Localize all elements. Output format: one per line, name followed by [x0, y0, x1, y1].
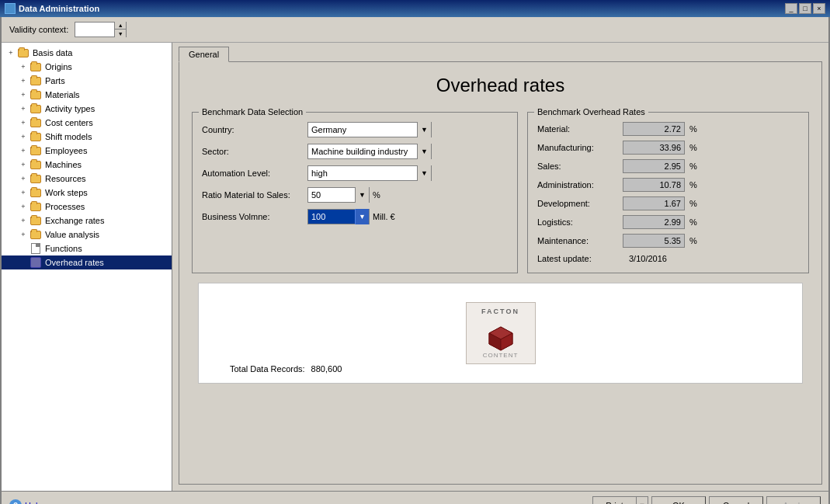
- sidebar-item-overhead-rates[interactable]: Overhead rates: [2, 255, 172, 269]
- close-button[interactable]: ×: [813, 3, 825, 14]
- sidebar-label-origins: Origins: [43, 62, 72, 71]
- folder-icon-employees: [30, 144, 42, 157]
- business-volume-arrow[interactable]: ▼: [355, 209, 369, 224]
- validity-context-input[interactable]: 2016 ▲ ▼: [75, 22, 127, 37]
- rate-sales-bar: 2.95 %: [623, 159, 799, 173]
- overhead-rates-title: Benchmark Overhead Rates: [534, 107, 648, 116]
- ratio-arrow[interactable]: ▼: [355, 187, 369, 203]
- rate-logistics-value: 2.99: [623, 215, 685, 229]
- automation-dropdown[interactable]: high ▼: [307, 165, 432, 181]
- help-icon: ?: [9, 499, 22, 504]
- toggle-origins[interactable]: +: [17, 61, 30, 73]
- sidebar-item-cost-centers[interactable]: + Cost centers: [2, 116, 172, 130]
- validity-value[interactable]: 2016: [75, 25, 114, 34]
- rate-development: Development: 1.67 %: [537, 196, 799, 210]
- facton-cube-icon: [485, 323, 516, 354]
- spin-down[interactable]: ▼: [115, 30, 126, 37]
- sidebar-item-work-steps[interactable]: + Work steps: [2, 186, 172, 200]
- sector-dropdown[interactable]: Machine building industry ▼: [307, 144, 432, 159]
- sidebar-item-parts[interactable]: + Parts: [2, 74, 172, 88]
- sidebar-item-processes[interactable]: + Processes: [2, 200, 172, 214]
- toggle-shift-models[interactable]: +: [17, 130, 30, 143]
- folder-icon-cost-centers: [30, 116, 42, 129]
- sidebar-item-exchange-rates[interactable]: + Exchange rates: [2, 214, 172, 228]
- main-window: Validity context: 2016 ▲ ▼ + Basis data …: [0, 17, 830, 504]
- business-volume-dropdown[interactable]: 100 ▼: [307, 209, 370, 224]
- rate-development-pct: %: [689, 199, 699, 208]
- two-column-section: Benchmark Data Selection Country: German…: [192, 112, 809, 273]
- rate-logistics-label: Logistics:: [537, 217, 623, 227]
- title-bar: Data Administration _ □ ×: [0, 0, 830, 17]
- rate-logistics-bar: 2.99 %: [623, 215, 799, 229]
- sidebar-item-employees[interactable]: + Employees: [2, 144, 172, 158]
- rate-sales-value: 2.95: [623, 159, 685, 173]
- business-volume-unit: Mill. €: [373, 212, 395, 221]
- sector-label: Sector:: [202, 147, 303, 156]
- toggle-activity-types[interactable]: +: [17, 103, 30, 115]
- special-icon-overhead-rates: [30, 256, 42, 269]
- business-volume-control: 100 ▼ Mill. €: [307, 209, 395, 224]
- toggle-materials[interactable]: +: [17, 89, 30, 101]
- country-dropdown[interactable]: Germany ▼: [307, 122, 432, 137]
- folder-icon-resources: [30, 172, 42, 185]
- apply-button[interactable]: Apply: [766, 496, 821, 504]
- rate-material-pct: %: [689, 124, 699, 134]
- help-link[interactable]: Help: [25, 501, 43, 504]
- sidebar-item-machines[interactable]: + Machines: [2, 158, 172, 172]
- toggle-basis-data[interactable]: +: [5, 47, 17, 59]
- ratio-dropdown[interactable]: 50 ▼: [307, 187, 370, 203]
- sector-arrow[interactable]: ▼: [417, 144, 431, 159]
- toggle-employees[interactable]: +: [17, 144, 30, 157]
- print-button[interactable]: Print: [592, 496, 636, 504]
- toggle-cost-centers[interactable]: +: [17, 116, 30, 129]
- rate-manufacturing-label: Manufacturing:: [537, 143, 623, 152]
- latest-update-label: Latest update:: [537, 254, 623, 263]
- toggle-parts[interactable]: +: [17, 75, 30, 87]
- toggle-value-analysis[interactable]: +: [17, 228, 30, 241]
- sidebar-item-value-analysis[interactable]: + Value analysis: [2, 228, 172, 242]
- spin-up[interactable]: ▲: [115, 22, 126, 30]
- toggle-machines[interactable]: +: [17, 158, 30, 171]
- toggle-processes[interactable]: +: [17, 200, 30, 213]
- tab-general[interactable]: General: [179, 47, 229, 62]
- sidebar-item-functions[interactable]: Functions: [2, 242, 172, 255]
- rate-maintenance-bar: 5.35 %: [623, 234, 799, 248]
- validity-spinner[interactable]: ▲ ▼: [114, 22, 126, 37]
- sidebar-item-origins[interactable]: + Origins: [2, 60, 172, 74]
- maximize-button[interactable]: □: [799, 3, 811, 14]
- country-arrow[interactable]: ▼: [417, 122, 431, 137]
- sidebar-item-basis-data[interactable]: + Basis data: [2, 46, 172, 60]
- window-title: Data Administration: [19, 4, 99, 13]
- rate-sales-pct: %: [689, 162, 699, 171]
- rate-material-label: Material:: [537, 124, 623, 134]
- print-dropdown-arrow[interactable]: ▼: [636, 496, 648, 504]
- automation-arrow[interactable]: ▼: [417, 165, 431, 181]
- benchmark-data-selection: Benchmark Data Selection Country: German…: [192, 112, 518, 273]
- window-controls[interactable]: _ □ ×: [785, 3, 825, 14]
- sector-control: Machine building industry ▼: [307, 144, 432, 159]
- facton-logo: FACTON CONTENT: [466, 302, 536, 364]
- toggle-resources[interactable]: +: [17, 172, 30, 185]
- sidebar-item-activity-types[interactable]: + Activity types: [2, 102, 172, 116]
- minimize-button[interactable]: _: [785, 3, 797, 14]
- sidebar-item-materials[interactable]: + Materials: [2, 88, 172, 102]
- sidebar-item-resources[interactable]: + Resources: [2, 172, 172, 186]
- sidebar-item-shift-models[interactable]: + Shift models: [2, 130, 172, 144]
- cancel-button[interactable]: Cancel: [709, 496, 763, 504]
- ratio-label: Ratio Material to Sales:: [202, 190, 303, 200]
- rate-manufacturing-value: 33.96: [623, 141, 685, 155]
- content-area: General Overhead rates Benchmark Data Se…: [172, 43, 828, 491]
- toggle-functions: [17, 242, 30, 255]
- ratio-control: 50 ▼ %: [307, 187, 380, 203]
- toggle-work-steps[interactable]: +: [17, 186, 30, 199]
- toggle-exchange-rates[interactable]: +: [17, 214, 30, 227]
- latest-update-row: Latest update: 3/10/2016: [537, 254, 799, 263]
- ok-button[interactable]: OK: [651, 496, 706, 504]
- sidebar-label-value-analysis: Value analysis: [43, 230, 99, 239]
- facton-box: FACTON CONTENT: [466, 302, 536, 364]
- country-label: Country:: [202, 125, 303, 134]
- rate-development-value: 1.67: [623, 196, 685, 210]
- folder-icon-basis-data: [17, 47, 30, 59]
- country-value: Germany: [308, 125, 417, 134]
- rate-maintenance: Maintenance: 5.35 %: [537, 234, 799, 248]
